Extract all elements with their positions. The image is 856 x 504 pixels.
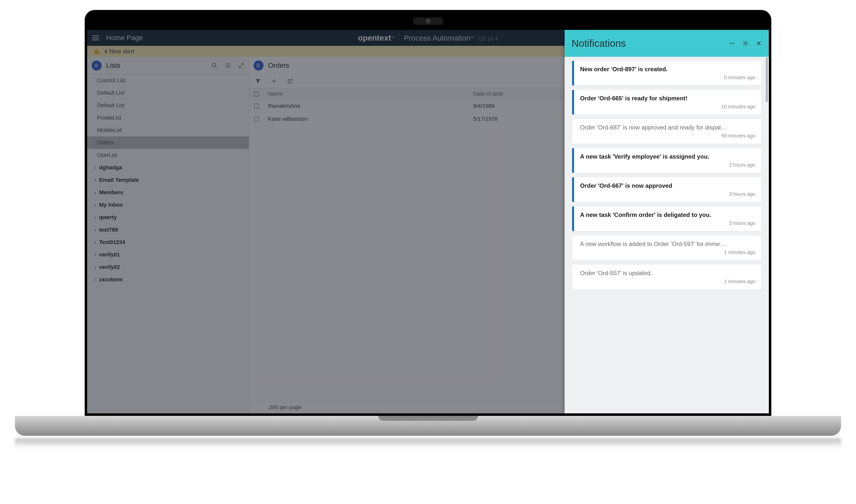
notification-card[interactable]: A new task 'Confirm order' is deligated … <box>572 206 761 231</box>
svg-rect-1 <box>96 53 97 53</box>
notification-time: 0 minutes ago <box>724 75 755 80</box>
notification-message: Order 'Ord-687' is now approved and read… <box>580 124 755 131</box>
sidebar-tree-qwerty[interactable]: ›qwerty <box>87 211 249 223</box>
notification-time: 1 minutes ago <box>724 250 755 255</box>
notification-message: Order 'Ord-665' is ready for shipment! <box>580 95 755 102</box>
sidebar-item-froalalist[interactable]: FroalaList <box>87 111 249 124</box>
sidebar-tree-test01234[interactable]: ›Test01234 <box>87 236 249 249</box>
add-icon[interactable] <box>271 78 277 84</box>
alert-text: 4 New alert <box>104 48 134 55</box>
close-icon[interactable] <box>756 40 762 46</box>
notification-time: 1 minutes ago <box>724 278 755 284</box>
notifications-title: Notifications <box>572 38 729 49</box>
notification-card[interactable]: Order 'Ord-665' is ready for shipment!10… <box>572 90 761 114</box>
brand-tm: ™ <box>391 36 395 40</box>
notification-card[interactable]: A new task 'Verify employee' is assigned… <box>572 148 761 173</box>
sidebar-tree-verify02[interactable]: ›verify02 <box>87 261 249 273</box>
svg-rect-0 <box>96 51 97 52</box>
tree-label: zxcvbnm <box>99 276 123 283</box>
camera-notch <box>413 17 443 25</box>
chevron-right-icon: › <box>95 227 96 233</box>
brand-suffix: CE 24.4 <box>478 36 498 42</box>
sidebar-tree-members[interactable]: ›Members <box>87 186 249 199</box>
sidebar-tree-my-inbox[interactable]: ›My Inbox <box>87 199 249 211</box>
col-name[interactable]: Name <box>264 88 469 100</box>
chevron-right-icon: › <box>95 165 96 170</box>
sidebar-tree-zxcvbnm[interactable]: ›zxcvbnm <box>87 273 249 286</box>
laptop-frame: Home Page opentext™ Process Automation™ … <box>85 10 771 416</box>
notification-card[interactable]: Order 'Ord-557' is updated.1 minutes ago <box>572 265 761 289</box>
sidebar-item-userlist[interactable]: UserList <box>87 149 249 161</box>
gear-icon[interactable] <box>743 40 748 46</box>
brand-product-group: Process Automation™ <box>404 34 474 42</box>
tree-label: qwerty <box>99 214 117 221</box>
search-icon[interactable] <box>211 62 217 69</box>
brand-product-tm: ™ <box>470 36 474 40</box>
more-icon[interactable] <box>729 40 735 46</box>
notification-message: A new task 'Confirm order' is deligated … <box>580 211 755 218</box>
cell-name: Kane williamson <box>264 113 469 125</box>
chevron-right-icon: › <box>95 265 96 270</box>
main-title: Orders <box>268 61 289 70</box>
brand-product: Process Automation <box>404 34 470 42</box>
notifications-actions <box>729 40 762 46</box>
notification-card[interactable]: Order 'Ord-687' is now approved and read… <box>572 119 761 144</box>
svg-rect-6 <box>226 67 230 68</box>
tree-label: verify01 <box>99 252 120 258</box>
sidebar-tree-test789[interactable]: ›test789 <box>87 223 249 236</box>
svg-rect-5 <box>226 65 230 66</box>
notification-card[interactable]: Order 'Ord-667' is now approved3 hours a… <box>572 177 761 202</box>
brand-primary: opentext™ <box>358 33 394 42</box>
sidebar-title: Lists <box>106 61 211 70</box>
chevron-right-icon: › <box>95 202 96 208</box>
notification-message: Order 'Ord-667' is now approved <box>580 182 755 189</box>
select-all-checkbox[interactable] <box>249 88 264 100</box>
notifications-list[interactable]: New order 'Ord-897' is created.0 minutes… <box>565 57 769 413</box>
sidebar-item-orders[interactable]: Orders <box>87 137 249 149</box>
sidebar-tree-verify01[interactable]: ›verify01 <box>87 249 249 261</box>
filter-icon[interactable] <box>255 78 261 84</box>
sidebar-item-council-list[interactable]: Council List <box>87 74 249 87</box>
warning-icon <box>93 48 100 55</box>
sidebar-tree-email-template[interactable]: ›Email Template <box>87 174 249 186</box>
brand-divider <box>399 34 399 41</box>
laptop-base <box>15 416 841 436</box>
chevron-right-icon: › <box>95 178 96 183</box>
scrollbar-thumb[interactable] <box>766 57 768 102</box>
open-external-icon[interactable] <box>287 78 293 84</box>
notification-time: 3 hours ago <box>729 220 755 226</box>
notification-time: 10 minutes ago <box>721 104 755 110</box>
chevron-right-icon: › <box>95 190 96 195</box>
brand-group: opentext™ Process Automation™ CE 24.4 <box>358 33 498 42</box>
expand-icon[interactable] <box>238 62 244 69</box>
chevron-right-icon: › <box>95 240 96 245</box>
row-checkbox[interactable] <box>249 114 264 124</box>
row-checkbox[interactable] <box>249 101 264 111</box>
svg-line-3 <box>215 66 217 68</box>
sidebar-list: Council ListDefault ListDefault ListFroa… <box>87 74 249 286</box>
notification-message: A new workflow is added to Order 'Ord-59… <box>580 240 755 248</box>
sidebar-tree-dghadga[interactable]: ›dghadga <box>87 161 249 174</box>
svg-point-10 <box>731 43 732 44</box>
svg-point-11 <box>733 43 734 44</box>
notification-message: New order 'Ord-897' is created. <box>580 66 755 73</box>
svg-point-2 <box>212 63 216 67</box>
menu-icon[interactable] <box>92 35 99 40</box>
cell-name: Ramakrishna <box>264 100 469 112</box>
notification-card[interactable]: A new workflow is added to Order 'Ord-59… <box>572 236 761 260</box>
tree-label: Members <box>99 189 123 196</box>
sidebar-header: Lists <box>87 57 249 74</box>
sidebar-actions <box>211 62 244 69</box>
svg-point-12 <box>745 42 746 44</box>
sidebar-item-mobilelist[interactable]: MobileList <box>87 124 249 137</box>
notification-card[interactable]: New order 'Ord-897' is created.0 minutes… <box>572 61 761 85</box>
laptop-shadow <box>15 438 841 448</box>
list-options-icon[interactable] <box>225 62 231 69</box>
notifications-panel: Notifications New order 'Ord-897' is cre… <box>565 30 769 413</box>
tree-label: My Inbox <box>99 202 123 208</box>
tree-label: dghadga <box>99 164 122 171</box>
sidebar-item-default-list[interactable]: Default List <box>87 99 249 111</box>
notifications-header: Notifications <box>565 30 769 57</box>
sidebar-item-default-list[interactable]: Default List <box>87 87 249 99</box>
tree-label: Test01234 <box>99 239 125 246</box>
